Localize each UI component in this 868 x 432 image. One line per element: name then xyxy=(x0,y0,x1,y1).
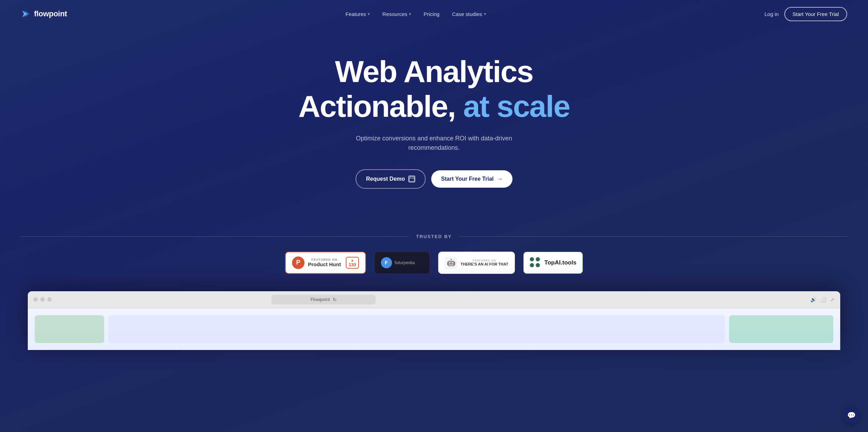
logo-icon xyxy=(21,9,31,19)
browser-controls-right: 🔊 ⬜ ⤢ xyxy=(810,297,835,302)
badge-product-hunt[interactable]: P FEATURED ON Product Hunt ▲ 130 xyxy=(285,252,366,274)
browser-dot-max xyxy=(47,297,52,302)
browser-dot-close xyxy=(33,297,38,302)
browser-url-text: Flowpoint xyxy=(310,297,330,302)
page-wrapper: flowpoint Features ▾ Resources ▾ Pricing xyxy=(0,0,868,432)
chevron-down-icon: ▾ xyxy=(484,12,486,16)
upvote-icon: ▲ xyxy=(351,258,354,262)
hero-buttons: Request Demo Start Your Free Trial → xyxy=(7,169,861,189)
browser-window: Flowpoint ↻ 🔊 ⬜ ⤢ xyxy=(28,291,840,350)
product-hunt-text: FEATURED ON Product Hunt xyxy=(308,258,341,268)
nav-features[interactable]: Features ▾ xyxy=(341,8,375,20)
svg-text:🤖: 🤖 xyxy=(446,258,455,267)
request-demo-button[interactable]: Request Demo xyxy=(356,169,426,189)
theresanai-text: FEATURED ON THERE'S AN AI FOR THAT xyxy=(461,259,508,267)
browser-toolbar: Flowpoint ↻ 🔊 ⬜ ⤢ xyxy=(28,291,840,308)
hero-title-line2: Actionable, at scale xyxy=(7,90,861,122)
product-hunt-icon: P xyxy=(292,256,304,269)
badge-topai[interactable]: TopAI.tools xyxy=(523,252,583,274)
browser-dot-min xyxy=(40,297,45,302)
theresanai-icon: 🤖 xyxy=(445,256,457,269)
hero-accent: at scale xyxy=(463,89,570,123)
start-trial-button[interactable]: Start Your Free Trial → xyxy=(431,170,512,188)
hero-title-line1: Web Analytics xyxy=(7,56,861,88)
svg-rect-0 xyxy=(409,177,414,181)
hero-subtitle: Optimize conversions and enhance ROI wit… xyxy=(330,134,538,153)
app-content-side xyxy=(729,315,833,343)
divider-line-left xyxy=(21,236,409,237)
nav-case-studies[interactable]: Case studies ▾ xyxy=(447,8,491,20)
topai-icon xyxy=(530,257,541,268)
nav-links: Features ▾ Resources ▾ Pricing Case stud… xyxy=(341,8,491,20)
product-hunt-count: ▲ 130 xyxy=(346,257,359,269)
calendar-icon xyxy=(408,176,415,182)
browser-traffic-lights xyxy=(33,297,52,302)
topai-text: TopAI.tools xyxy=(544,259,576,266)
cast-icon: ⬜ xyxy=(820,297,826,302)
trusted-label: TRUSTED BY xyxy=(416,234,452,239)
browser-refresh-icon[interactable]: ↻ xyxy=(333,297,337,302)
futurpedia-icon: F xyxy=(381,257,392,268)
logo-text: flowpoint xyxy=(34,9,67,18)
browser-content-inner xyxy=(28,308,840,350)
speaker-icon: 🔊 xyxy=(810,297,816,302)
futurpedia-text: futurpedia xyxy=(395,260,415,265)
app-content-main xyxy=(108,315,725,343)
nav-actions: Log in Start Your Free Trial xyxy=(765,7,847,21)
nav-pricing[interactable]: Pricing xyxy=(419,8,444,20)
trusted-divider: TRUSTED BY xyxy=(21,234,847,239)
chat-icon: 💬 xyxy=(847,411,856,419)
app-content-block xyxy=(35,315,104,343)
hero-section: Web Analytics Actionable, at scale Optim… xyxy=(0,28,868,234)
login-link[interactable]: Log in xyxy=(765,11,779,17)
fullscreen-icon[interactable]: ⤢ xyxy=(831,297,835,302)
browser-content xyxy=(28,308,840,350)
badge-theresanai[interactable]: 🤖 FEATURED ON THERE'S AN AI FOR THAT xyxy=(438,252,515,274)
nav-resources[interactable]: Resources ▾ xyxy=(377,8,416,20)
nav-cta-button[interactable]: Start Your Free Trial xyxy=(784,7,847,21)
browser-url-bar[interactable]: Flowpoint ↻ xyxy=(272,295,376,304)
browser-section: Flowpoint ↻ 🔊 ⬜ ⤢ xyxy=(0,291,868,350)
divider-line-right xyxy=(459,236,847,237)
logo[interactable]: flowpoint xyxy=(21,9,67,19)
chat-widget[interactable]: 💬 xyxy=(843,407,860,424)
trusted-section: TRUSTED BY P FEATURED ON Product Hunt ▲ … xyxy=(0,234,868,291)
navbar: flowpoint Features ▾ Resources ▾ Pricing xyxy=(0,0,868,28)
badge-futurpedia[interactable]: F futurpedia xyxy=(374,252,430,274)
trusted-logos: P FEATURED ON Product Hunt ▲ 130 F futur… xyxy=(21,252,847,274)
chevron-down-icon: ▾ xyxy=(409,12,411,16)
chevron-down-icon: ▾ xyxy=(368,12,370,16)
